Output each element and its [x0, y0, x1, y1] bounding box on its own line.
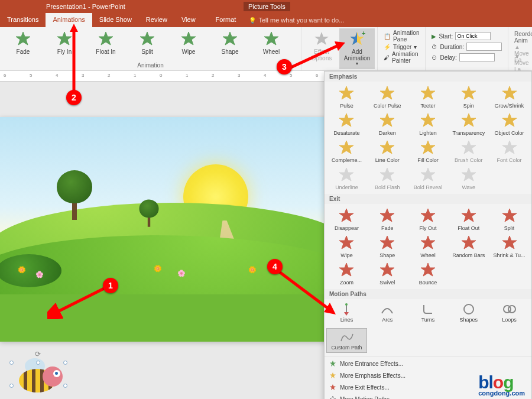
svg-marker-16 — [339, 113, 353, 126]
svg-marker-27 — [380, 168, 394, 181]
effect-shrink-tu-[interactable]: Shrink & Tu... — [489, 233, 530, 260]
animation-fly-in[interactable]: Fly In — [44, 28, 85, 57]
effect-object-color[interactable]: Object Color — [489, 111, 530, 138]
tab-review[interactable]: Review — [139, 13, 174, 27]
add-animation-button[interactable]: + Add Animation▼ — [339, 28, 375, 69]
custom-path-option[interactable]: Custom Path — [326, 328, 367, 353]
exit-header: Exit — [325, 194, 531, 204]
animation-float-in[interactable]: Float In — [85, 28, 126, 57]
effect-random-bars[interactable]: Random Bars — [448, 233, 489, 260]
effect-grow-shrink[interactable]: Grow/Shrink — [489, 83, 530, 111]
effect-arcs[interactable]: Arcs — [367, 301, 408, 325]
flower-graphic: 🌼 — [18, 266, 26, 274]
effect-wipe[interactable]: Wipe — [326, 233, 367, 260]
duration-input[interactable] — [466, 43, 502, 51]
effect-pulse[interactable]: Pulse — [326, 83, 367, 111]
svg-marker-15 — [502, 86, 517, 99]
effect-desaturate[interactable]: Desaturate — [326, 111, 367, 138]
effect-fill-color[interactable]: Fill Color — [408, 138, 449, 165]
move-earlier-button[interactable]: ▲ Move Ea — [514, 44, 532, 53]
effect-color-pulse[interactable]: Color Pulse — [367, 83, 408, 111]
effect-fade[interactable]: Fade — [367, 206, 408, 233]
animation-shape[interactable]: Shape — [209, 28, 251, 57]
effect-swivel[interactable]: Swivel — [367, 260, 408, 287]
effect-turns[interactable]: Turns — [408, 301, 449, 325]
effect-loops[interactable]: Loops — [489, 301, 530, 325]
animation-gallery[interactable]: FadeFly InFloat InSplitWipeShapeWheel — [2, 28, 299, 57]
svg-marker-20 — [502, 113, 517, 126]
effect-line-color[interactable]: Line Color — [367, 138, 408, 165]
animation-split[interactable]: Split — [126, 28, 168, 57]
resize-handle[interactable] — [9, 384, 14, 388]
resize-handle[interactable] — [9, 361, 14, 365]
svg-marker-34 — [502, 209, 517, 222]
tell-me-search[interactable]: Tell me what you want to do... — [243, 13, 350, 27]
svg-marker-35 — [339, 236, 353, 249]
selected-bee-image[interactable]: ⟳ — [12, 363, 65, 399]
effect-disappear[interactable]: Disappear — [326, 206, 367, 233]
effect-compleme-[interactable]: Compleme... — [326, 138, 367, 165]
resize-handle[interactable] — [36, 361, 40, 365]
annotation-marker-2: 2 — [66, 90, 82, 105]
ground-graphic — [0, 294, 331, 342]
add-animation-icon: + — [349, 31, 365, 47]
svg-marker-22 — [380, 141, 394, 154]
effect-wheel[interactable]: Wheel — [408, 233, 449, 260]
tab-view[interactable]: View — [174, 13, 203, 27]
svg-marker-19 — [462, 113, 476, 126]
tab-slideshow[interactable]: Slide Show — [92, 13, 139, 27]
svg-marker-42 — [421, 263, 435, 276]
slide-canvas[interactable]: 🌼 🌸 🌼 🌸 🌼 — [0, 117, 331, 342]
advanced-animation-group: 📋 Animation Pane ⚡ Trigger ▾ 🖌 Animation… — [380, 28, 423, 65]
effect-shape[interactable]: Shape — [367, 233, 408, 260]
tab-animations[interactable]: Animations — [46, 13, 92, 27]
svg-marker-3 — [140, 32, 154, 45]
svg-marker-41 — [380, 263, 394, 276]
svg-marker-51 — [330, 384, 336, 390]
more-entrance-effects[interactable]: More Entrance Effects... — [325, 358, 531, 369]
svg-marker-25 — [502, 141, 517, 154]
animation-wipe[interactable]: Wipe — [168, 28, 209, 57]
effect-lighten[interactable]: Lighten — [408, 111, 449, 138]
svg-marker-31 — [380, 209, 394, 222]
effect-darken[interactable]: Darken — [367, 111, 408, 138]
effect-fly-out[interactable]: Fly Out — [408, 206, 449, 233]
flower-graphic: 🌸 — [177, 270, 186, 277]
tab-format[interactable]: Format — [209, 13, 244, 27]
animation-wheel[interactable]: Wheel — [251, 28, 292, 57]
svg-marker-26 — [339, 168, 353, 181]
effect-lines[interactable]: Lines — [326, 301, 367, 325]
effect-wave: Wave — [448, 165, 489, 192]
effect-zoom[interactable]: Zoom — [326, 260, 367, 287]
svg-marker-6 — [264, 32, 278, 45]
effect-spin[interactable]: Spin — [448, 83, 489, 111]
svg-marker-7 — [314, 32, 329, 45]
flower-graphic: 🌼 — [248, 266, 257, 274]
effect-split[interactable]: Split — [489, 206, 530, 233]
effect-underline: Underline — [326, 165, 367, 192]
effect-bounce[interactable]: Bounce — [408, 260, 449, 287]
effect-shapes[interactable]: Shapes — [448, 301, 489, 325]
svg-marker-18 — [421, 113, 435, 126]
animation-fade[interactable]: Fade — [2, 28, 44, 57]
rotate-handle[interactable]: ⟳ — [35, 350, 41, 358]
reorder-group: Reorder Anim ▲ Move Ea ▼ Move La — [511, 28, 532, 65]
delay-input[interactable] — [459, 53, 495, 61]
start-select[interactable] — [455, 32, 491, 40]
annotation-marker-3: 3 — [277, 59, 292, 74]
ribbon-tabs: Transitions Animations Slide Show Review… — [0, 13, 532, 27]
svg-marker-32 — [421, 209, 435, 222]
resize-handle[interactable] — [63, 384, 67, 388]
svg-point-44 — [345, 303, 348, 306]
animation-pane-button[interactable]: 📋 Animation Pane — [384, 31, 419, 41]
tab-transitions[interactable]: Transitions — [0, 13, 46, 27]
effect-teeter[interactable]: Teeter — [408, 83, 449, 111]
svg-marker-4 — [181, 32, 196, 45]
resize-handle[interactable] — [63, 361, 67, 365]
svg-marker-28 — [421, 168, 435, 181]
ribbon: FadeFly InFloat InSplitWipeShapeWheel An… — [0, 27, 532, 71]
effect-transparency[interactable]: Transparency — [448, 111, 489, 138]
animation-painter-button[interactable]: 🖌 Animation Painter — [384, 52, 419, 63]
effect-float-out[interactable]: Float Out — [448, 206, 489, 233]
emphasis-header: Emphasis — [325, 72, 531, 82]
